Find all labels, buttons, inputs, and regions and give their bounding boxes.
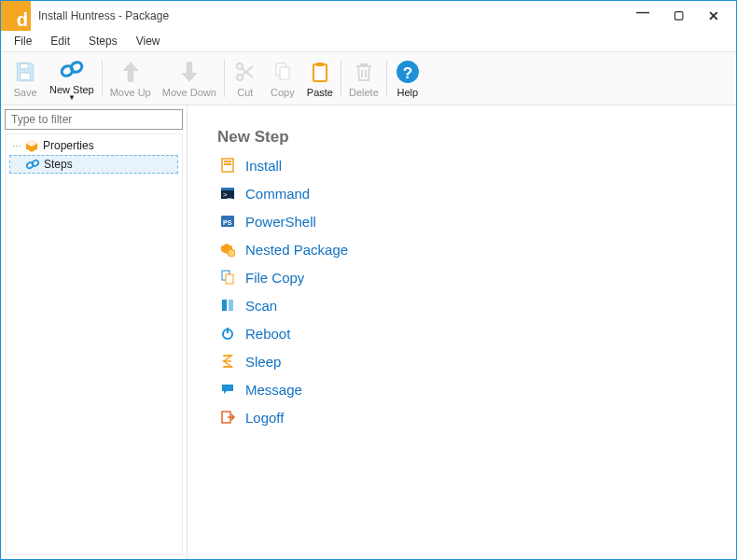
trash-icon: [351, 59, 377, 85]
scan-icon: [219, 297, 236, 314]
left-panel: ⋯ Properties Steps: [1, 105, 188, 559]
tree-toggle-icon: ⋯: [9, 141, 24, 151]
message-icon: [219, 381, 236, 398]
titlebar: d Install Huntress - Package — ▢ ✕: [1, 1, 736, 31]
step-message[interactable]: Message: [219, 378, 710, 400]
step-list: Install >_ Command PS PowerShell: [219, 154, 710, 428]
svg-text:PS: PS: [223, 219, 232, 226]
svg-rect-24: [226, 274, 233, 284]
svg-text:?: ?: [402, 63, 412, 82]
tree-item-properties[interactable]: ⋯ Properties: [9, 136, 178, 155]
window-controls: — ▢ ✕: [633, 8, 730, 23]
delete-button[interactable]: Delete: [343, 54, 384, 103]
step-label: Sleep: [245, 354, 281, 370]
svg-rect-28: [227, 328, 229, 333]
step-label: Nested Package: [245, 242, 348, 258]
svg-rect-7: [280, 67, 289, 79]
svg-rect-16: [224, 163, 231, 165]
step-scan[interactable]: Scan: [219, 294, 710, 316]
toolbar: Save New Step ▼ Move Up Move Down: [1, 51, 736, 105]
move-up-button[interactable]: Move Up: [104, 54, 157, 103]
step-label: Scan: [245, 298, 277, 314]
maximize-button[interactable]: ▢: [669, 8, 688, 23]
separator: [341, 60, 341, 97]
link-icon: [25, 157, 40, 172]
svg-rect-8: [313, 64, 327, 81]
main-panel: New Step Install >_ Command PS: [188, 105, 736, 559]
menu-file[interactable]: File: [7, 33, 39, 49]
arrow-down-icon: [176, 59, 202, 85]
paste-button[interactable]: Paste: [301, 54, 339, 103]
copy-icon: [270, 59, 296, 85]
sleep-icon: [219, 353, 236, 370]
menu-steps[interactable]: Steps: [81, 33, 125, 49]
logoff-icon: [219, 409, 236, 426]
window: d Install Huntress - Package — ▢ ✕ File …: [0, 0, 737, 560]
svg-rect-15: [224, 161, 231, 162]
main-heading: New Step: [217, 128, 710, 147]
filter-box: [5, 109, 183, 130]
menubar: File Edit Steps View: [1, 31, 736, 51]
svg-rect-1: [21, 73, 31, 80]
body: ⋯ Properties Steps New Step: [1, 105, 736, 559]
new-step-button[interactable]: New Step ▼: [44, 54, 100, 103]
step-label: Message: [245, 382, 302, 398]
command-icon: >_: [219, 185, 236, 202]
svg-text:>_: >_: [223, 190, 232, 199]
move-down-button[interactable]: Move Down: [157, 54, 222, 103]
separator: [386, 60, 387, 97]
tree-item-label: Properties: [43, 139, 94, 152]
save-icon: [12, 59, 38, 85]
minimize-button[interactable]: —: [633, 5, 652, 20]
menu-view[interactable]: View: [129, 33, 168, 49]
help-button[interactable]: ? Help: [389, 54, 426, 103]
filter-input[interactable]: [5, 109, 183, 130]
tree: ⋯ Properties Steps: [5, 133, 183, 555]
arrow-up-icon: [118, 59, 144, 85]
install-icon: [219, 157, 236, 174]
step-command[interactable]: >_ Command: [219, 182, 710, 204]
step-reboot[interactable]: Reboot: [219, 322, 710, 344]
step-label: Command: [245, 186, 310, 202]
step-install[interactable]: Install: [219, 154, 710, 176]
svg-point-13: [31, 160, 39, 167]
svg-point-3: [69, 61, 83, 75]
link-icon: [59, 56, 85, 82]
svg-rect-26: [229, 300, 233, 311]
scissors-icon: [232, 59, 258, 85]
paste-icon: [307, 59, 333, 85]
dropdown-arrow-icon: ▼: [68, 95, 76, 101]
help-icon: ?: [395, 59, 421, 85]
step-sleep[interactable]: Sleep: [219, 350, 710, 372]
menu-edit[interactable]: Edit: [43, 33, 77, 49]
package-icon: [24, 138, 39, 153]
step-label: PowerShell: [245, 214, 316, 230]
window-title: Install Huntress - Package: [31, 9, 633, 22]
svg-point-22: [228, 249, 235, 257]
step-powershell[interactable]: PS PowerShell: [219, 210, 710, 232]
copy-button[interactable]: Copy: [264, 54, 301, 103]
step-nested-package[interactable]: Nested Package: [219, 238, 710, 260]
app-icon: d: [1, 1, 31, 31]
step-label: Install: [245, 158, 282, 174]
tree-item-label: Steps: [44, 158, 73, 171]
step-label: Logoff: [245, 410, 284, 426]
step-logoff[interactable]: Logoff: [219, 406, 710, 428]
tree-item-steps[interactable]: Steps: [9, 155, 178, 174]
svg-rect-25: [222, 300, 227, 311]
powershell-icon: PS: [219, 213, 236, 230]
cut-button[interactable]: Cut: [227, 54, 264, 103]
step-label: File Copy: [245, 270, 304, 286]
reboot-icon: [219, 325, 236, 342]
separator: [102, 60, 103, 97]
svg-rect-0: [21, 63, 29, 68]
save-button[interactable]: Save: [7, 54, 44, 103]
svg-rect-9: [316, 63, 324, 66]
file-copy-icon: [219, 269, 236, 286]
separator: [224, 60, 225, 97]
nested-package-icon: [219, 241, 236, 258]
step-label: Reboot: [245, 326, 290, 342]
step-file-copy[interactable]: File Copy: [219, 266, 710, 288]
close-button[interactable]: ✕: [704, 8, 723, 23]
